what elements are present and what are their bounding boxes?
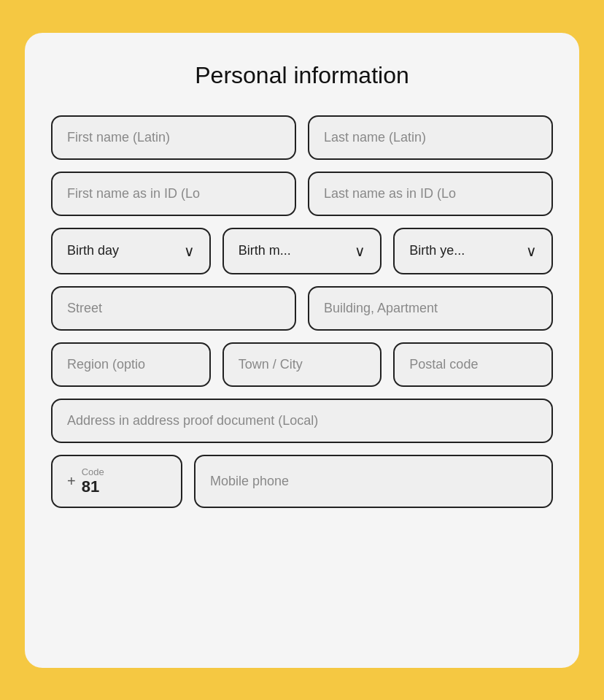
page-title: Personal information: [51, 62, 553, 89]
phone-row: + Code 81 Mobile phone: [51, 455, 553, 508]
birth-day-arrow: ∨: [184, 242, 195, 260]
birth-month-dropdown[interactable]: Birth m... ∨: [222, 228, 382, 274]
birth-year-label: Birth ye...: [409, 243, 465, 258]
name-latin-row: First name (Latin) Last name (Latin): [51, 115, 553, 160]
phone-code-content: Code 81: [82, 466, 104, 496]
postal-code-input[interactable]: Postal code: [393, 342, 553, 387]
birth-date-row: Birth day ∨ Birth m... ∨ Birth ye... ∨: [51, 228, 553, 274]
region-row: Region (optio Town / City Postal code: [51, 342, 553, 387]
birth-year-dropdown[interactable]: Birth ye... ∨: [393, 228, 553, 274]
first-name-latin-input[interactable]: First name (Latin): [51, 115, 296, 160]
region-input[interactable]: Region (optio: [51, 342, 211, 387]
mobile-phone-input[interactable]: Mobile phone: [194, 455, 553, 508]
street-input[interactable]: Street: [51, 286, 296, 331]
address-row: Street Building, Apartment: [51, 286, 553, 331]
last-name-latin-input[interactable]: Last name (Latin): [308, 115, 553, 160]
address-proof-input[interactable]: Address in address proof document (Local…: [51, 399, 553, 443]
name-id-row: First name as in ID (Lo Last name as in …: [51, 172, 553, 216]
first-name-id-input[interactable]: First name as in ID (Lo: [51, 172, 296, 216]
form-section: First name (Latin) Last name (Latin) Fir…: [51, 115, 553, 508]
building-apartment-input[interactable]: Building, Apartment: [308, 286, 553, 331]
address-proof-row: Address in address proof document (Local…: [51, 399, 553, 443]
birth-month-arrow: ∨: [355, 242, 365, 260]
personal-info-card: Personal information First name (Latin) …: [25, 33, 579, 668]
birth-month-label: Birth m...: [239, 243, 291, 258]
birth-day-dropdown[interactable]: Birth day ∨: [51, 228, 211, 274]
phone-code-plus-icon: +: [67, 473, 76, 490]
town-city-input[interactable]: Town / City: [222, 342, 382, 387]
phone-code-label: Code: [82, 466, 104, 477]
birth-year-arrow: ∨: [526, 242, 537, 260]
birth-day-label: Birth day: [67, 243, 119, 258]
last-name-id-input[interactable]: Last name as in ID (Lo: [308, 172, 553, 216]
phone-code-field[interactable]: + Code 81: [51, 455, 182, 508]
phone-code-number: 81: [82, 477, 104, 496]
